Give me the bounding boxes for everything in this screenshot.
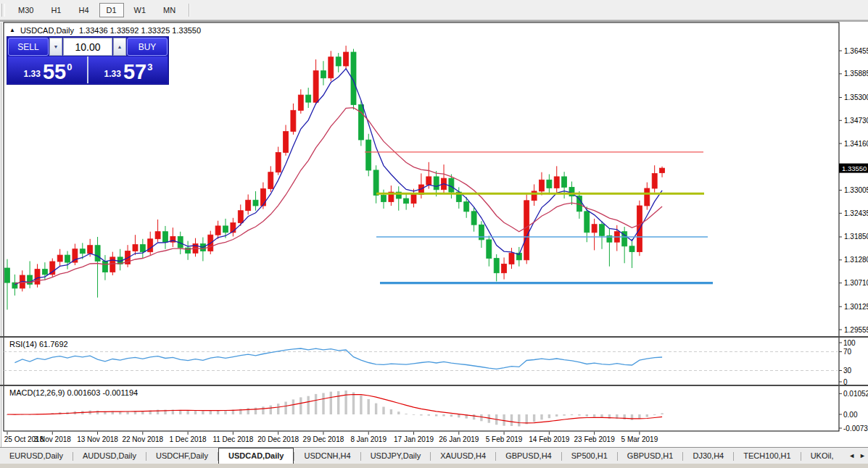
ask-price-big: 57 — [123, 62, 146, 81]
date-axis[interactable]: 25 Oct 20183 Nov 201813 Nov 201822 Nov 2… — [4, 432, 658, 443]
pane-dividers[interactable] — [0, 336, 868, 386]
svg-text:20 Dec 2018: 20 Dec 2018 — [257, 435, 299, 443]
collapse-panel-icon[interactable]: ▲ — [9, 28, 15, 33]
sell-button[interactable]: SELL — [8, 38, 49, 56]
svg-text:1.31850: 1.31850 — [844, 233, 868, 241]
ask-price-prefix: 1.33 — [104, 69, 121, 79]
rsi-axis-labels: 10070300 — [839, 339, 856, 386]
timeframe-button-W1[interactable]: W1 — [127, 3, 154, 17]
bid-price-prefix: 1.33 — [24, 69, 41, 79]
current-price-tag: 1.33550 — [839, 164, 868, 173]
rsi-level-lines — [4, 352, 838, 371]
svg-text:1.31280: 1.31280 — [844, 256, 868, 264]
svg-text:1.36455: 1.36455 — [844, 47, 868, 55]
svg-text:1.30710: 1.30710 — [844, 279, 868, 287]
tab-GBPUSD-H1[interactable]: GBPUSD,H1 — [618, 448, 683, 464]
svg-text:0.00: 0.00 — [843, 411, 858, 419]
tab-GBPUSD-H4[interactable]: GBPUSD,H4 — [496, 448, 561, 464]
svg-text:1.34730: 1.34730 — [844, 117, 868, 125]
rsi-indicator-label: RSI(14) 61.7692 — [9, 340, 68, 348]
svg-text:100: 100 — [843, 339, 856, 347]
svg-text:-0.0073: -0.0073 — [843, 425, 868, 433]
timeframe-button-MN[interactable]: MN — [156, 3, 183, 17]
tabbar-scroll-left-icon[interactable]: ◄ — [848, 452, 855, 459]
window-bottom-strip — [0, 464, 868, 468]
tab-AUDUSD-Daily[interactable]: AUDUSD,Daily — [73, 448, 146, 464]
svg-text:1.34160: 1.34160 — [844, 140, 868, 148]
chart-ohlc-values: 1.33436 1.33592 1.33325 1.33550 — [79, 26, 201, 35]
timeframe-button-M30[interactable]: M30 — [11, 3, 41, 17]
chart-symbol-title: USDCAD,Daily — [20, 26, 74, 35]
timeframe-toolbar: M30H1H4D1W1MN — [0, 0, 868, 20]
macd-indicator-label: MACD(12,26,9) 0.001603 -0.001194 — [9, 388, 138, 397]
svg-text:1.33550: 1.33550 — [842, 164, 867, 172]
bid-price-big: 55 — [43, 62, 66, 81]
svg-text:30: 30 — [843, 367, 852, 375]
macd-axis-labels: 0.0105250.00-0.0073 — [839, 390, 868, 433]
tab-SP500-H1[interactable]: SP500,H1 — [562, 448, 617, 464]
tab-USDCAD-Daily[interactable]: USDCAD,Daily — [218, 448, 294, 464]
svg-text:1.32435: 1.32435 — [844, 209, 868, 217]
candlestick-series — [5, 46, 665, 309]
svg-text:1.33005: 1.33005 — [844, 186, 868, 194]
svg-text:22 Nov 2018: 22 Nov 2018 — [122, 435, 163, 443]
svg-text:14 Feb 2019: 14 Feb 2019 — [529, 435, 570, 443]
svg-text:26 Jan 2019: 26 Jan 2019 — [439, 435, 479, 443]
svg-text:1.35885: 1.35885 — [844, 70, 868, 78]
buy-button[interactable]: BUY — [127, 38, 168, 56]
symbol-tabbar: EURUSD,DailyAUDUSD,DailyUSDCHF,DailyUSDC… — [0, 447, 868, 464]
one-click-trade-panel: SELL ▼ 10.00 ▲ BUY 1.33 55 0 1.33 57 3 — [7, 36, 169, 85]
macd-signal-line — [7, 395, 662, 423]
ask-price-box[interactable]: 1.33 57 3 — [88, 57, 168, 83]
volume-input[interactable]: 10.00 — [63, 38, 112, 56]
toolbar-shadow-line — [0, 20, 868, 22]
tab-DJ30-H4[interactable]: DJ30,H4 — [683, 448, 733, 464]
svg-text:0: 0 — [843, 378, 848, 386]
tab-USDCNH-H4[interactable]: USDCNH,H4 — [294, 448, 360, 464]
tab-USDJPY-Daily[interactable]: USDJPY,Daily — [361, 448, 431, 464]
svg-text:13 Nov 2018: 13 Nov 2018 — [77, 435, 118, 443]
tabbar-scroll-right-icon[interactable]: ► — [859, 452, 866, 459]
tab-TECH100-H1[interactable]: TECH100,H1 — [734, 448, 800, 464]
svg-text:17 Jan 2019: 17 Jan 2019 — [394, 435, 434, 443]
timeframe-button-H1[interactable]: H1 — [44, 3, 68, 17]
svg-text:1.29555: 1.29555 — [844, 326, 868, 334]
svg-text:0.010525: 0.010525 — [843, 390, 868, 398]
svg-text:23 Feb 2019: 23 Feb 2019 — [574, 435, 616, 443]
price-axis[interactable]: 1.364551.358851.353001.347301.341601.330… — [839, 47, 868, 334]
toolbar-separator — [189, 4, 189, 17]
svg-text:11 Dec 2018: 11 Dec 2018 — [212, 435, 253, 443]
svg-text:5 Feb 2019: 5 Feb 2019 — [486, 435, 523, 443]
bid-price-pipette: 0 — [67, 62, 72, 72]
svg-text:1 Dec 2018: 1 Dec 2018 — [170, 435, 207, 443]
chart-frame — [1, 22, 840, 464]
chart-header: ▲ USDCAD,Daily 1.33436 1.33592 1.33325 1… — [9, 26, 201, 35]
tab-XAUUSD-H4[interactable]: XAUUSD,H4 — [431, 448, 495, 464]
bid-price-box[interactable]: 1.33 55 0 — [8, 57, 87, 83]
svg-text:8 Jan 2019: 8 Jan 2019 — [350, 435, 387, 443]
svg-text:3 Nov 2018: 3 Nov 2018 — [34, 435, 72, 443]
svg-text:70: 70 — [843, 348, 852, 356]
timeframe-button-H4[interactable]: H4 — [71, 3, 96, 17]
timeframe-button-D1[interactable]: D1 — [99, 3, 124, 17]
svg-text:29 Dec 2018: 29 Dec 2018 — [303, 435, 344, 443]
svg-text:5 Mar 2019: 5 Mar 2019 — [621, 435, 658, 443]
tab-USDCHF-Daily[interactable]: USDCHF,Daily — [146, 448, 218, 464]
toolbar-drag-handle[interactable] — [1, 4, 5, 17]
volume-decrease-icon[interactable]: ▼ — [49, 38, 62, 56]
ask-price-pipette: 3 — [147, 62, 152, 72]
tab-UKOil-[interactable]: UKOil, — [801, 448, 843, 464]
svg-text:1.30125: 1.30125 — [844, 303, 868, 311]
svg-text:1.35300: 1.35300 — [844, 93, 868, 101]
volume-increase-icon[interactable]: ▲ — [113, 38, 126, 56]
tab-EURUSD-Daily[interactable]: EURUSD,Daily — [0, 448, 73, 464]
